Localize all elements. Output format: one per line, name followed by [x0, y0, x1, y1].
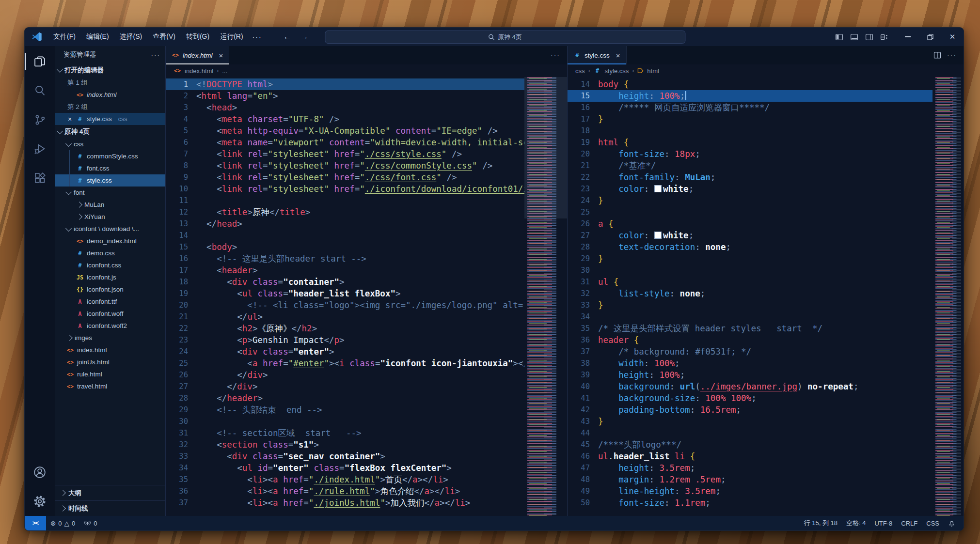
tree-file-iconfont-json[interactable]: {}iconfont.json: [55, 283, 165, 295]
code-line[interactable]: 27 </div>: [166, 381, 524, 392]
code-line[interactable]: 23 <p>Genshin Impact</p>: [166, 334, 524, 346]
menu-item[interactable]: 文件(F): [49, 31, 80, 43]
code-line[interactable]: 39 height: 100%;: [568, 369, 933, 381]
editor-actions-more-button[interactable]: ···: [947, 51, 957, 59]
minimap[interactable]: [524, 77, 567, 516]
code-line[interactable]: 28 </header>: [166, 392, 524, 404]
tree-file-joinUs-html[interactable]: <>joinUs.html: [55, 356, 165, 368]
restore-button[interactable]: [919, 28, 941, 46]
workspace-root-header[interactable]: 原神 4页: [55, 125, 165, 138]
code-line[interactable]: 32 <section class="s1">: [166, 439, 524, 451]
code-line[interactable]: 15 height: 100%;: [568, 90, 933, 102]
command-center-search[interactable]: 原神 4页: [325, 31, 685, 44]
code-line[interactable]: 42 padding-bottom: 16.5rem;: [568, 404, 933, 416]
code-line[interactable]: 37 <li><a href="./joinUs.html">加入我们</a><…: [166, 497, 524, 509]
tree-file-iconfont-woff[interactable]: Aiconfont.woff: [55, 308, 165, 320]
run-debug-icon[interactable]: [25, 134, 55, 163]
eol-sequence[interactable]: CRLF: [897, 516, 922, 530]
indentation[interactable]: 空格: 4: [842, 516, 870, 530]
code-line[interactable]: 7 <link rel="stylesheet" href="./css/sty…: [166, 148, 524, 160]
tree-folder-XiYuan[interactable]: XiYuan: [55, 211, 165, 223]
split-editor-icon[interactable]: [933, 51, 941, 59]
code-line[interactable]: 29}: [568, 253, 933, 264]
open-editor-item[interactable]: <>index.html: [55, 89, 165, 101]
problems-indicator[interactable]: ⊗ 0 △ 0: [46, 516, 79, 530]
code-area-style-css[interactable]: 14body {15 height: 100%;16 /***** 网页自适应浏…: [568, 77, 933, 516]
code-line[interactable]: 35 <li><a href="./index.html">首页</a></li…: [166, 474, 524, 485]
toggle-sidebar-icon[interactable]: [834, 31, 845, 43]
tree-file-commonStyle-css[interactable]: #commonStyle.css: [55, 150, 165, 162]
code-line[interactable]: 14: [166, 230, 524, 241]
language-mode[interactable]: CSS: [922, 516, 944, 530]
code-line[interactable]: 28 text-decoration: none;: [568, 241, 933, 253]
code-line[interactable]: 41 background-size: 100% 100%;: [568, 392, 933, 404]
code-line[interactable]: 19 <ul class="header_list flexBox">: [166, 288, 524, 299]
tree-file-demo-index-html[interactable]: <>demo_index.html: [55, 235, 165, 247]
extensions-icon[interactable]: [25, 163, 55, 192]
editor-actions-more-button[interactable]: ···: [551, 51, 560, 59]
code-line[interactable]: 22 font-family: MuLan;: [568, 171, 933, 183]
close-icon[interactable]: ×: [66, 115, 73, 123]
code-line[interactable]: 33}: [568, 299, 933, 311]
code-line[interactable]: 37 /* background: #f0531f; */: [568, 346, 933, 357]
tree-folder-iconfont-download-[interactable]: iconfont \ download \...: [55, 223, 165, 235]
tree-file-rule-html[interactable]: <>rule.html: [55, 368, 165, 380]
code-line[interactable]: 27 color: white;: [568, 230, 933, 241]
tab-style-css[interactable]: # style.css ×: [568, 46, 627, 64]
menu-item[interactable]: 编辑(E): [82, 31, 113, 43]
code-line[interactable]: 6 <meta name="viewport" content="width=d…: [166, 137, 524, 148]
breadcrumb-left[interactable]: <> index.html › ...: [166, 64, 567, 77]
code-line[interactable]: 5 <meta http-equiv="X-UA-Compatible" con…: [166, 125, 524, 137]
minimap[interactable]: [933, 77, 964, 516]
timeline-section-header[interactable]: 时间线: [55, 500, 165, 516]
code-line[interactable]: 3 <head>: [166, 102, 524, 113]
code-line[interactable]: 21 </ul>: [166, 311, 524, 323]
breadcrumb-symbol[interactable]: html: [647, 67, 659, 75]
tree-file-font-css[interactable]: #font.css: [55, 162, 165, 174]
code-line[interactable]: 50 font-size: 1.1rem;: [568, 497, 933, 509]
customize-layout-icon[interactable]: [879, 31, 890, 43]
tree-file-iconfont-css[interactable]: #iconfont.css: [55, 259, 165, 271]
code-line[interactable]: 1<!DOCTYPE html>: [166, 78, 524, 90]
code-line[interactable]: 34 <ul id="enter" class="flexBox flexCen…: [166, 462, 524, 474]
code-line[interactable]: 8 <link rel="stylesheet" href="./css/com…: [166, 160, 524, 171]
breadcrumb-file[interactable]: style.css: [605, 67, 629, 75]
menu-item[interactable]: 转到(G): [182, 31, 214, 43]
code-line[interactable]: 15 <body>: [166, 241, 524, 253]
code-line[interactable]: 49 line-height: 3.5rem;: [568, 485, 933, 497]
minimap-slider[interactable]: [524, 77, 567, 218]
tree-folder-css[interactable]: css: [55, 138, 165, 150]
tab-close-icon[interactable]: ×: [616, 51, 620, 60]
code-line[interactable]: 2<html lang="en">: [166, 90, 524, 102]
nav-back-button[interactable]: ←: [284, 32, 292, 42]
code-line[interactable]: 25 <a href="#enter"><i class="iconfont i…: [166, 357, 524, 369]
menu-more-button[interactable]: ···: [248, 31, 267, 43]
code-line[interactable]: 24 <div class="enter">: [166, 346, 524, 357]
code-line[interactable]: 23 color: white;: [568, 183, 933, 195]
tree-folder-font[interactable]: font: [55, 187, 165, 199]
code-line[interactable]: 11: [166, 195, 524, 206]
tree-file-iconfont-ttf[interactable]: Aiconfont.ttf: [55, 295, 165, 308]
code-line[interactable]: 31ul {: [568, 276, 933, 288]
code-line[interactable]: 4 <meta charset="UTF-8" />: [166, 113, 524, 125]
code-line[interactable]: 31 <!-- section区域 start -->: [166, 427, 524, 439]
code-line[interactable]: 30: [568, 264, 933, 276]
code-line[interactable]: 38 width: 100%;: [568, 357, 933, 369]
code-line[interactable]: 16 /***** 网页自适应浏览器窗口*****/: [568, 102, 933, 113]
breadcrumb-file[interactable]: index.html: [185, 67, 213, 75]
outline-section-header[interactable]: 大纲: [55, 485, 165, 500]
code-line[interactable]: 34: [568, 311, 933, 323]
code-area-index-html[interactable]: 1<!DOCTYPE html>2<html lang="en">3 <head…: [166, 77, 524, 516]
toggle-secondary-sidebar-icon[interactable]: [864, 31, 875, 43]
code-line[interactable]: 18: [568, 125, 933, 137]
code-line[interactable]: 12 <title>原神</title>: [166, 206, 524, 218]
tree-file-travel-html[interactable]: <>travel.html: [55, 380, 165, 392]
code-line[interactable]: 44: [568, 427, 933, 439]
code-line[interactable]: 20 font-size: 18px;: [568, 148, 933, 160]
minimize-button[interactable]: [897, 28, 919, 46]
tree-file-style-css[interactable]: #style.css: [55, 174, 165, 187]
code-line[interactable]: 26a {: [568, 218, 933, 230]
code-line[interactable]: 32 list-style: none;: [568, 288, 933, 299]
code-line[interactable]: 18 <div class="container">: [166, 276, 524, 288]
code-line[interactable]: 22 <h2>《原神》</h2>: [166, 323, 524, 334]
